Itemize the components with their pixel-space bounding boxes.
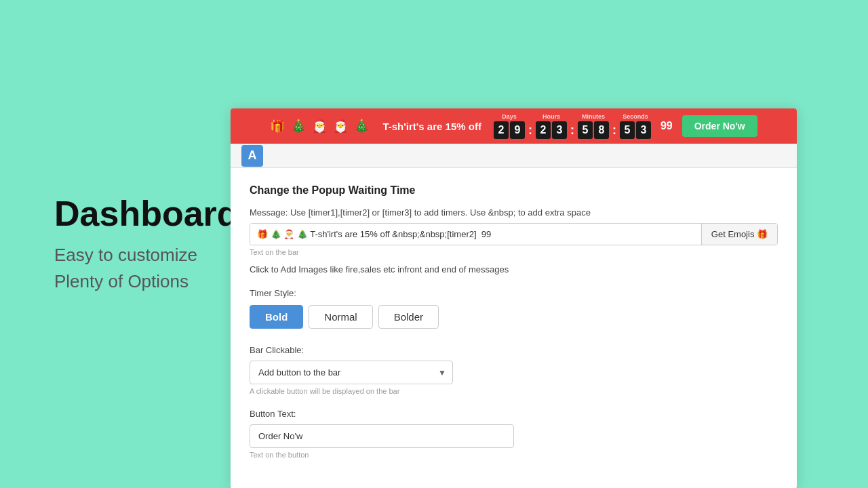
minutes-digit-1: 5 (578, 121, 593, 139)
left-panel: Dashboard Easy to customize Plenty of Op… (54, 193, 239, 295)
days-label: Days (502, 113, 517, 120)
main-panel: 🎁 🎄 🎅 🎅 🎄 T-sh'irt's are 15% off Days 2 … (231, 108, 797, 488)
colon-1: : (527, 123, 534, 138)
hours-digits: 2 3 (536, 121, 567, 139)
button-text-group: Button Text: Text on the button (250, 409, 778, 459)
promo-text: T-sh'irt's are 15% off (382, 121, 481, 132)
message-helper: Text on the bar (250, 248, 778, 256)
button-text-input[interactable] (250, 424, 514, 448)
seconds-group: Seconds 5 3 (620, 113, 651, 139)
minutes-label: Minutes (582, 113, 605, 120)
section-title: Change the Popup Waiting Time (250, 184, 778, 197)
message-label: Message: Use [timer1],[timer2] or [timer… (250, 207, 778, 218)
timer-style-label: Timer Style: (250, 288, 778, 298)
timer-style-bold-button[interactable]: Bold (250, 305, 303, 329)
timer-style-normal-button[interactable]: Normal (309, 305, 372, 329)
colon-2: : (569, 123, 576, 138)
timer-section: Days 2 9 : Hours 2 3 : Minutes (494, 113, 651, 139)
days-digit-1: 2 (494, 121, 509, 139)
timer-style-bolder-button[interactable]: Bolder (378, 305, 439, 329)
seconds-label: Seconds (623, 113, 648, 120)
subtitle: Easy to customize Plenty of Options (54, 242, 239, 295)
minutes-group: Minutes 5 8 (578, 113, 609, 139)
get-emojis-button[interactable]: Get Emojis 🎁 (701, 224, 777, 245)
content-area: Change the Popup Waiting Time Message: U… (231, 168, 797, 488)
days-digit-2: 9 (510, 121, 525, 139)
bar-clickable-group: Bar Clickable: Add button to the barMake… (250, 345, 778, 395)
button-text-helper: Text on the button (250, 451, 778, 459)
tab-icon[interactable]: A (241, 145, 263, 167)
seconds-digit-1: 5 (620, 121, 635, 139)
add-images-info: Click to Add Images like fire,sales etc … (250, 264, 778, 274)
hours-digit-2: 3 (552, 121, 567, 139)
hours-group: Hours 2 3 (536, 113, 567, 139)
seconds-digits: 5 3 (620, 121, 651, 139)
promo-emojis: 🎁 🎄 🎅 🎅 🎄 (270, 119, 370, 134)
hours-label: Hours (542, 113, 560, 120)
days-group: Days 2 9 (494, 113, 525, 139)
button-text-label: Button Text: (250, 409, 778, 419)
colon-3: : (611, 123, 618, 138)
message-input-row: Get Emojis 🎁 (250, 223, 778, 245)
minutes-digit-2: 8 (594, 121, 609, 139)
bar-clickable-label: Bar Clickable: (250, 345, 778, 355)
bar-clickable-select[interactable]: Add button to the barMake whole bar clic… (250, 361, 453, 384)
dashboard-title: Dashboard (54, 193, 239, 234)
days-digits: 2 9 (494, 121, 525, 139)
promo-bar: 🎁 🎄 🎅 🎅 🎄 T-sh'irt's are 15% off Days 2 … (231, 108, 797, 144)
minutes-digits: 5 8 (578, 121, 609, 139)
bar-clickable-select-wrapper: Add button to the barMake whole bar clic… (250, 361, 453, 384)
seconds-digit-2: 3 (636, 121, 651, 139)
message-input[interactable] (250, 224, 701, 245)
hours-digit-1: 2 (536, 121, 551, 139)
timer-style-button-group: Bold Normal Bolder (250, 305, 778, 329)
order-now-button[interactable]: Order No'w (682, 115, 757, 137)
bar-clickable-helper: A clickable button will be displayed on … (250, 387, 778, 395)
tab-bar: A (231, 144, 797, 168)
count-badge: 99 (660, 120, 673, 132)
